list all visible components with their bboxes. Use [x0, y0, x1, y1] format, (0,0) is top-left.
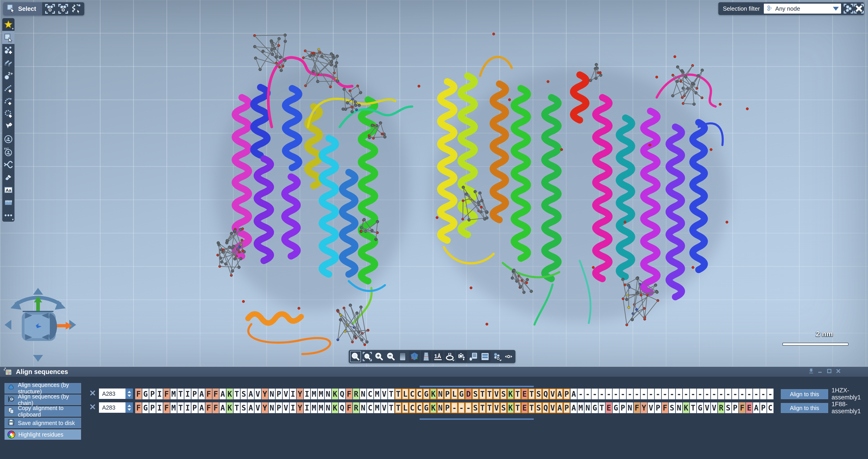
residue-cell[interactable]: V	[254, 389, 261, 399]
residue-cell[interactable]: I	[304, 389, 310, 399]
residue-cell[interactable]: K	[226, 389, 233, 399]
residue-cell[interactable]: R	[353, 389, 360, 399]
residue-cell[interactable]: N	[325, 389, 331, 399]
highlight-residues-button[interactable]: Highlight residues	[4, 429, 81, 440]
navigation-cube[interactable]	[2, 283, 79, 367]
residue-cell[interactable]: F	[346, 389, 352, 399]
zoom-selection-icon[interactable]	[362, 351, 373, 362]
select-rectangle-tool[interactable]	[2, 31, 14, 44]
select-filtered-nodes-icon[interactable]	[843, 3, 854, 14]
residue-cell[interactable]: E	[746, 402, 752, 413]
residue-cell[interactable]: F	[135, 389, 142, 399]
water-molecule[interactable]	[508, 98, 511, 101]
residue-cell[interactable]: -	[711, 389, 717, 399]
residue-cell[interactable]: P	[563, 402, 570, 413]
residue-cell[interactable]: C	[409, 389, 415, 399]
remove-sequence-button[interactable]: ✕	[89, 390, 96, 398]
residue-cell[interactable]: F	[662, 402, 668, 413]
residue-cell[interactable]: N	[585, 402, 591, 413]
water-molecule[interactable]	[674, 56, 676, 58]
residue-cell[interactable]: G	[613, 402, 619, 413]
water-molecule[interactable]	[719, 103, 721, 106]
residue-cell[interactable]: T	[514, 402, 521, 413]
residue-cell[interactable]: -	[753, 389, 760, 399]
residue-cell[interactable]: N	[676, 402, 682, 413]
loop-ribbon[interactable]	[480, 57, 512, 76]
water-molecule[interactable]	[560, 148, 563, 151]
visibility-eye-icon[interactable]	[503, 351, 514, 362]
residue-cell[interactable]: G	[142, 402, 149, 413]
protein-scene[interactable]	[0, 0, 868, 367]
residue-cell[interactable]: V	[381, 402, 388, 413]
residue-cell[interactable]: -	[732, 389, 739, 399]
water-molecule[interactable]	[692, 266, 694, 269]
residue-cell[interactable]: A	[198, 402, 205, 413]
residue-cell[interactable]: M	[170, 402, 177, 413]
add-ring-tool[interactable]	[2, 108, 14, 120]
residue-cell[interactable]: P	[191, 402, 198, 413]
helix-ribbon[interactable]	[254, 87, 267, 155]
residue-cell[interactable]: A	[556, 389, 563, 399]
residue-cell[interactable]: P	[276, 402, 282, 413]
align-panel-header[interactable]: Align sequences	[0, 367, 868, 377]
orientation-compass-icon[interactable]	[409, 351, 420, 362]
helix-ribbon[interactable]	[619, 118, 632, 277]
residue-cell[interactable]: C	[416, 389, 423, 399]
residue-cell[interactable]: T	[528, 389, 535, 399]
render-atoms-camera-icon[interactable]	[491, 351, 502, 362]
water-molecule[interactable]	[547, 81, 549, 83]
residue-cell[interactable]: G	[697, 402, 703, 413]
zoom-out-icon[interactable]	[385, 351, 396, 362]
water-molecule[interactable]	[592, 266, 595, 269]
water-molecule[interactable]	[470, 287, 472, 289]
align-to-this-button[interactable]: Align to this	[781, 403, 828, 413]
residue-cell[interactable]: -	[578, 389, 584, 399]
residue-cell[interactable]: F	[163, 389, 170, 399]
residue-cell[interactable]: C	[416, 402, 423, 413]
residue-cell[interactable]: L	[402, 402, 408, 413]
residue-cell[interactable]: V	[493, 402, 500, 413]
residue-cell[interactable]: -	[627, 389, 633, 399]
residue-cell[interactable]: D	[465, 389, 472, 399]
favorites-star-button[interactable]: ▾	[2, 18, 14, 31]
residue-cell[interactable]: K	[430, 402, 437, 413]
residue-cell[interactable]: -	[613, 389, 619, 399]
residue-cell[interactable]: P	[620, 402, 626, 413]
residue-cell[interactable]: Y	[641, 402, 647, 413]
residue-cell[interactable]: T	[388, 402, 395, 413]
residue-cell[interactable]: V	[704, 402, 710, 413]
residue-cell[interactable]: -	[451, 402, 458, 413]
residue-cell[interactable]: S	[500, 402, 507, 413]
close-panel-button[interactable]	[835, 368, 841, 374]
select-atoms-bracket-icon[interactable]	[44, 3, 56, 15]
water-molecule[interactable]	[436, 217, 438, 219]
residue-cell[interactable]: M	[311, 402, 317, 413]
residue-cell[interactable]: Q	[339, 402, 345, 413]
residue-cell[interactable]: F	[633, 402, 640, 413]
residue-cell[interactable]: A	[556, 402, 563, 413]
text-annotation-tool[interactable]: Aa	[2, 183, 14, 196]
residue-cell[interactable]: P	[149, 389, 156, 399]
select-atoms-bracket-alt-icon[interactable]	[58, 3, 69, 15]
residue-cell[interactable]: F	[135, 402, 142, 413]
align-by-chain-button[interactable]: C Align sequences (by chain)	[4, 395, 81, 405]
residue-cell[interactable]: N	[360, 389, 366, 399]
residue-cell[interactable]: S	[241, 402, 247, 413]
residue-cell[interactable]: A	[219, 389, 226, 399]
residue-cell[interactable]: G	[458, 389, 465, 399]
spinner-down-icon[interactable]	[127, 408, 131, 411]
helix-ribbon[interactable]	[440, 82, 454, 240]
maximize-panel-button[interactable]	[826, 368, 832, 374]
residue-cell[interactable]: N	[269, 389, 275, 399]
select-tool-button[interactable]: Select	[3, 2, 42, 16]
add-curve-tool[interactable]	[2, 95, 14, 108]
residue-cell[interactable]: P	[444, 389, 451, 399]
residue-cell[interactable]: V	[381, 389, 388, 399]
background-gradient-icon[interactable]	[397, 351, 408, 362]
residue-cell[interactable]: P	[149, 402, 156, 413]
residue-cell[interactable]: -	[669, 389, 675, 399]
residue-cell[interactable]: P	[444, 402, 451, 413]
residue-cell[interactable]: -	[620, 389, 626, 399]
residue-cell[interactable]: V	[493, 389, 500, 399]
camera-snapshot-icon[interactable]	[456, 351, 467, 362]
